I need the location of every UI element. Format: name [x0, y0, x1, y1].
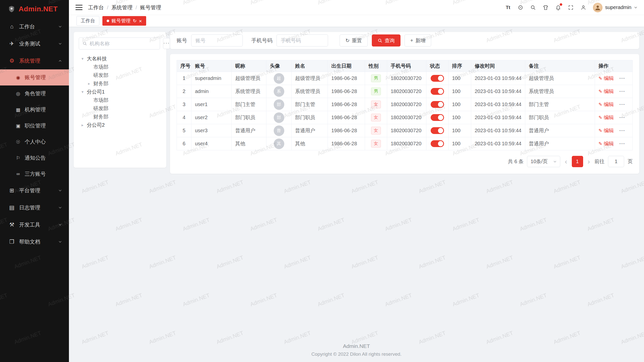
footer-title: Admin.NET: [74, 343, 639, 349]
sidebar-item-position[interactable]: ▣职位管理: [0, 118, 69, 134]
tree-node[interactable]: 研发部: [79, 104, 161, 113]
breadcrumb-item[interactable]: 账号管理: [140, 4, 161, 11]
column-header-order: 排序: [449, 60, 471, 72]
breadcrumb-item[interactable]: 工作台: [88, 4, 104, 11]
edit-button[interactable]: ✎编辑: [598, 140, 614, 147]
username: superadmin: [605, 5, 631, 10]
edit-label: 编辑: [604, 101, 614, 108]
more-options-button[interactable]: ···: [163, 38, 170, 49]
user-menu[interactable]: superadmin: [593, 3, 637, 12]
page-size-select[interactable]: 10条/页: [527, 156, 560, 167]
sidebar-menu: ⌂工作台✈业务测试⚙系统管理◉账号管理◎角色管理▦机构管理▣职位管理☉个人中心⚐…: [0, 18, 69, 362]
org-search-input[interactable]: [90, 41, 156, 47]
status-toggle[interactable]: [431, 75, 444, 82]
query-button[interactable]: 查询: [372, 34, 400, 47]
more-actions-button[interactable]: ···: [619, 102, 625, 107]
more-actions-button[interactable]: ···: [619, 141, 625, 146]
breadcrumb-item[interactable]: 系统管理: [111, 4, 133, 11]
layout-config-icon[interactable]: [515, 2, 526, 13]
tree-node[interactable]: 财务部: [79, 113, 161, 121]
phone-input[interactable]: [276, 34, 328, 47]
cell-nickname: 超级管理员: [232, 72, 266, 85]
tree-node[interactable]: ▸财务部: [79, 79, 161, 88]
tab-workbench[interactable]: 工作台: [76, 16, 99, 26]
chevron-down-icon: [58, 206, 62, 209]
logo[interactable]: Admin.NET: [0, 0, 69, 18]
sidebar-item-account[interactable]: ◉账号管理: [0, 69, 69, 85]
submenu: ◉账号管理◎角色管理▦机构管理▣职位管理☉个人中心⚐通知公告∞三方账号: [0, 69, 69, 182]
notification-bell-icon[interactable]: [553, 2, 564, 13]
tree-node[interactable]: ▾分公司1: [79, 88, 161, 96]
cell-avatar: 部: [266, 98, 292, 111]
edit-button[interactable]: ✎编辑: [598, 88, 614, 95]
more-actions-button[interactable]: ···: [619, 115, 625, 120]
tab-account[interactable]: 账号管理↻×: [102, 16, 146, 26]
profile-icon[interactable]: [578, 2, 589, 13]
sidebar-item-label: 工作台: [19, 23, 54, 30]
tree-caret-icon[interactable]: ▸: [86, 81, 92, 86]
tree-node-label: 研发部: [93, 72, 108, 79]
search-icon[interactable]: [528, 2, 539, 13]
tree-node[interactable]: 研发部: [79, 71, 161, 79]
sidebar-item-org[interactable]: ▦机构管理: [0, 102, 69, 118]
sidebar-item-log[interactable]: ▤日志管理: [0, 199, 69, 216]
fullscreen-icon[interactable]: [565, 2, 576, 13]
more-actions-button[interactable]: ···: [619, 75, 625, 81]
cell-nickname: 部门职员: [232, 111, 266, 124]
phone-label: 手机号码: [251, 37, 272, 44]
status-toggle[interactable]: [431, 101, 444, 108]
edit-button[interactable]: ✎编辑: [598, 75, 614, 82]
status-toggle[interactable]: [431, 140, 444, 147]
sidebar-item-business-test[interactable]: ✈业务测试: [0, 35, 69, 52]
sidebar-item-notice[interactable]: ⚐通知公告: [0, 150, 69, 166]
tab-refresh-icon[interactable]: ↻: [133, 19, 137, 23]
font-size-icon[interactable]: Tt: [502, 2, 513, 13]
current-page[interactable]: 1: [572, 156, 583, 167]
status-toggle[interactable]: [431, 88, 444, 95]
test-icon: ✈: [9, 40, 15, 47]
org-panel: ··· ▾大名科技市场部研发部▸财务部▾分公司1市场部研发部财务部▸分公司2: [74, 32, 166, 168]
table-row: 4user2部门职员部部门职员1986-06-28女18020030720100…: [177, 111, 633, 124]
tree-caret-icon[interactable]: ▾: [80, 56, 85, 61]
edit-button[interactable]: ✎编辑: [598, 127, 614, 134]
tree-node[interactable]: 市场部: [79, 63, 161, 71]
account-input[interactable]: [191, 34, 243, 47]
sidebar-item-system[interactable]: ⚙系统管理: [0, 52, 69, 69]
avatar: [593, 3, 602, 12]
plus-icon: +: [410, 38, 413, 43]
more-actions-button[interactable]: ···: [619, 128, 625, 133]
tabbar: 工作台账号管理↻×: [69, 15, 644, 27]
cell-status: [426, 111, 449, 124]
cell-status: [426, 85, 449, 98]
sidebar-item-third-party[interactable]: ∞三方账号: [0, 166, 69, 182]
sidebar-item-devtools[interactable]: ⚒开发工具: [0, 216, 69, 233]
more-actions-button[interactable]: ···: [619, 88, 625, 94]
hamburger-menu-icon[interactable]: [75, 5, 83, 10]
cell-account: superadmin: [191, 72, 232, 85]
cell-phone: 18020030720: [387, 111, 426, 124]
cell-order: 100: [449, 72, 471, 85]
sidebar-item-workbench[interactable]: ⌂工作台: [0, 18, 69, 35]
edit-button[interactable]: ✎编辑: [598, 114, 614, 121]
prev-page-button[interactable]: ‹: [564, 158, 568, 165]
tree-node[interactable]: 市场部: [79, 96, 161, 104]
theme-skin-icon[interactable]: [540, 2, 551, 13]
goto-page-input[interactable]: [608, 156, 624, 167]
status-toggle[interactable]: [431, 127, 444, 134]
reset-button[interactable]: ↻ 重置: [340, 34, 368, 47]
tree-caret-icon[interactable]: ▾: [80, 89, 85, 94]
tree-node[interactable]: ▾大名科技: [79, 55, 161, 63]
edit-button[interactable]: ✎编辑: [598, 101, 614, 108]
sidebar-item-role[interactable]: ◎角色管理: [0, 85, 69, 102]
next-page-button[interactable]: ›: [587, 158, 591, 165]
tree-node[interactable]: ▸分公司2: [79, 121, 161, 129]
user-avatar: 部: [274, 99, 284, 110]
sidebar-item-profile[interactable]: ☉个人中心: [0, 134, 69, 150]
sidebar-item-label: 机构管理: [25, 106, 46, 113]
sidebar-item-help[interactable]: ❐帮助文档: [0, 233, 69, 250]
tab-close-icon[interactable]: ×: [139, 18, 142, 24]
add-button[interactable]: + 新增: [405, 34, 431, 47]
sidebar-item-platform[interactable]: ⊞平台管理: [0, 182, 69, 199]
status-toggle[interactable]: [431, 114, 444, 121]
tree-caret-icon[interactable]: ▸: [80, 123, 85, 127]
